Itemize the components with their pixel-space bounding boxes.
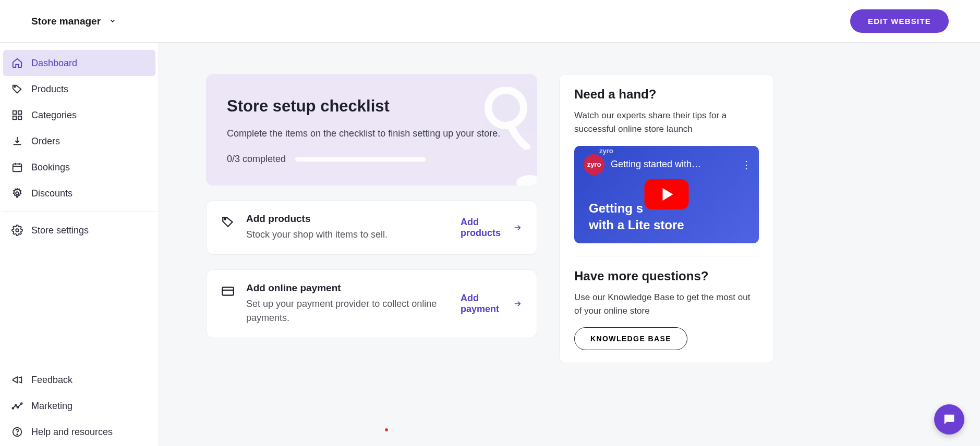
- sidebar-item-feedback[interactable]: Feedback: [3, 367, 155, 393]
- video-brand-badge: zyro: [584, 154, 604, 175]
- chat-launcher-button[interactable]: [934, 404, 964, 435]
- sidebar: Dashboard Products Categories Orders: [0, 43, 159, 446]
- sidebar-item-products[interactable]: Products: [3, 76, 155, 102]
- chart-icon: [11, 400, 23, 412]
- svg-rect-16: [222, 287, 234, 295]
- sidebar-item-label: Marketing: [31, 401, 72, 412]
- knowledge-base-button[interactable]: KNOWLEDGE BASE: [574, 327, 687, 350]
- grid-icon: [11, 109, 23, 121]
- help-icon: [11, 426, 23, 438]
- svg-point-0: [14, 86, 15, 87]
- header: Store manager EDIT WEBSITE: [0, 0, 980, 43]
- divider: [574, 256, 759, 256]
- task-action-label: Add payment: [461, 293, 507, 315]
- task-title: Add online payment: [246, 282, 449, 294]
- questions-desc: Use our Knowledge Base to get the most o…: [574, 291, 759, 318]
- sidebar-item-label: Dashboard: [31, 58, 77, 69]
- sidebar-item-label: Bookings: [31, 162, 70, 173]
- help-desc: Watch our experts share their tips for a…: [574, 109, 759, 137]
- svg-rect-2: [18, 111, 21, 114]
- sidebar-item-label: Discounts: [31, 188, 72, 199]
- video-overlay-text: Getting s with a Lite store: [589, 200, 684, 232]
- credit-card-icon: [221, 284, 235, 298]
- checklist-progress-text: 0/3 completed: [227, 154, 286, 165]
- sidebar-item-store-settings[interactable]: Store settings: [3, 217, 155, 243]
- megaphone-icon: [11, 374, 23, 386]
- chat-icon: [942, 412, 957, 427]
- arrow-right-icon: [513, 223, 522, 232]
- task-desc: Set up your payment provider to collect …: [246, 297, 449, 325]
- video-menu-icon[interactable]: ⋮: [741, 158, 752, 171]
- store-selector[interactable]: Store manager: [31, 16, 116, 27]
- svg-rect-5: [13, 164, 22, 172]
- task-action-add-payment[interactable]: Add payment: [461, 293, 522, 315]
- svg-point-6: [16, 192, 19, 195]
- task-card-add-products: Add products Stock your shop with items …: [206, 200, 537, 255]
- notification-dot-icon: [385, 428, 388, 431]
- sidebar-item-marketing[interactable]: Marketing: [3, 393, 155, 419]
- task-action-label: Add products: [461, 217, 507, 239]
- sidebar-item-discounts[interactable]: Discounts: [3, 180, 155, 206]
- checklist-progress-bar: [295, 157, 426, 162]
- banner-decoration-icon: [480, 87, 532, 150]
- sidebar-item-label: Store settings: [31, 225, 89, 236]
- task-title: Add products: [246, 213, 449, 225]
- main-content: Store setup checklist Complete the items…: [159, 43, 980, 446]
- svg-point-14: [488, 90, 524, 126]
- video-title: Getting started with…: [611, 159, 735, 170]
- banner-decoration-icon: [516, 175, 537, 185]
- sidebar-item-label: Products: [31, 84, 68, 95]
- calendar-icon: [11, 162, 23, 173]
- chevron-down-icon: [109, 16, 116, 27]
- download-icon: [11, 135, 23, 147]
- questions-title: Have more questions?: [574, 269, 759, 283]
- gear-icon: [11, 188, 23, 199]
- arrow-right-icon: [513, 299, 522, 308]
- home-icon: [11, 57, 23, 69]
- task-card-add-payment: Add online payment Set up your payment p…: [206, 269, 537, 338]
- video-brand-text: zyro: [599, 147, 613, 155]
- sidebar-item-categories[interactable]: Categories: [3, 102, 155, 128]
- sidebar-item-orders[interactable]: Orders: [3, 128, 155, 154]
- svg-point-15: [224, 218, 226, 220]
- svg-rect-1: [13, 111, 16, 114]
- task-action-add-products[interactable]: Add products: [461, 217, 522, 239]
- checklist-title: Store setup checklist: [227, 97, 516, 116]
- task-desc: Stock your shop with items to sell.: [246, 228, 449, 242]
- checklist-banner: Store setup checklist Complete the items…: [206, 74, 537, 185]
- sidebar-item-bookings[interactable]: Bookings: [3, 154, 155, 180]
- settings-icon: [11, 225, 23, 236]
- sidebar-item-label: Orders: [31, 136, 60, 147]
- sidebar-item-label: Categories: [31, 110, 77, 121]
- help-video-thumbnail[interactable]: zyro zyro Getting started with… ⋮ Gettin…: [574, 146, 759, 243]
- edit-website-button[interactable]: EDIT WEBSITE: [850, 9, 949, 33]
- sidebar-item-label: Help and resources: [31, 427, 113, 438]
- sidebar-item-dashboard[interactable]: Dashboard: [3, 50, 155, 76]
- help-panel: Need a hand? Watch our experts share the…: [559, 74, 774, 363]
- store-selector-label: Store manager: [31, 16, 101, 27]
- svg-point-13: [17, 434, 17, 435]
- svg-rect-3: [13, 116, 16, 119]
- svg-rect-4: [18, 116, 21, 119]
- checklist-subtitle: Complete the items on the checklist to f…: [227, 128, 516, 139]
- sidebar-item-label: Feedback: [31, 375, 72, 386]
- sidebar-item-help[interactable]: Help and resources: [3, 419, 155, 445]
- svg-point-7: [16, 229, 19, 232]
- tag-icon: [221, 215, 235, 229]
- tag-icon: [11, 83, 23, 95]
- help-title: Need a hand?: [574, 87, 759, 102]
